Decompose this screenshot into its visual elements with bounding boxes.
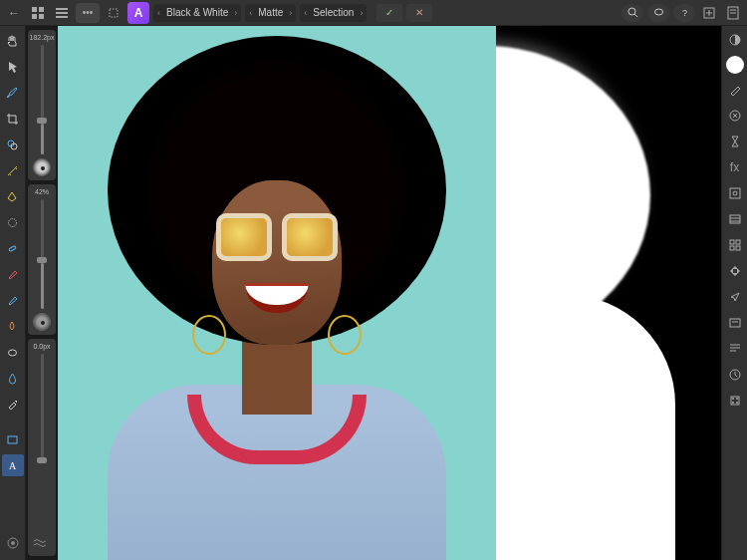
svg-point-10 <box>654 9 662 15</box>
main-area: A 182.2px 42% 0.0px <box>0 26 747 560</box>
mask-view <box>496 26 721 560</box>
pointer-tool[interactable] <box>2 56 24 78</box>
svg-rect-3 <box>39 14 44 19</box>
svg-rect-44 <box>731 397 739 405</box>
brush-size-panel: 182.2px <box>28 30 56 180</box>
svg-rect-23 <box>8 436 17 443</box>
add-button[interactable] <box>699 3 719 23</box>
blur-tool[interactable] <box>2 367 24 389</box>
svg-point-30 <box>733 191 737 195</box>
channels-panel-icon[interactable] <box>724 235 746 255</box>
svg-text:A: A <box>9 460 17 471</box>
chevron-right-icon[interactable]: › <box>234 8 237 18</box>
canvas[interactable] <box>58 26 721 560</box>
mixer-brush-tool[interactable] <box>2 289 24 311</box>
svg-text:?: ? <box>681 8 686 18</box>
brush-tool[interactable] <box>2 82 24 104</box>
svg-point-48 <box>736 402 738 404</box>
chevron-left-icon[interactable]: ‹ <box>157 8 160 18</box>
left-tool-column: A <box>0 26 26 560</box>
fx-icon[interactable]: fx <box>724 157 746 177</box>
paragraph-icon[interactable] <box>724 339 746 359</box>
crop-tool[interactable] <box>2 108 24 130</box>
svg-rect-34 <box>730 240 734 244</box>
brush-preview-icon <box>33 313 51 331</box>
brush-preview-icon <box>33 158 51 176</box>
chevron-right-icon[interactable]: › <box>360 8 363 18</box>
chevron-left-icon[interactable]: ‹ <box>249 8 252 18</box>
svg-rect-31 <box>730 215 740 223</box>
top-toolbar: ← ••• A ‹ Black & White › ‹ Matte › ‹ Se… <box>0 0 747 26</box>
burn-tool[interactable] <box>2 315 24 337</box>
menu-button[interactable] <box>52 3 72 23</box>
right-studio-column: fx <box>721 26 747 560</box>
persona-icon[interactable]: A <box>127 2 149 24</box>
swatches-panel-icon[interactable] <box>724 80 746 100</box>
breadcrumb-label: Selection <box>313 7 354 18</box>
color-well[interactable] <box>726 56 744 74</box>
svg-point-47 <box>732 402 734 404</box>
svg-rect-36 <box>730 246 734 250</box>
apply-button[interactable]: ✓ <box>376 4 402 22</box>
svg-rect-2 <box>32 14 37 19</box>
help-button[interactable]: ? <box>673 4 695 22</box>
heal-tool[interactable] <box>2 237 24 259</box>
photo-view <box>58 26 496 560</box>
svg-point-20 <box>9 218 17 226</box>
rectangle-shape-tool[interactable] <box>2 428 24 450</box>
svg-rect-6 <box>56 16 68 18</box>
opacity-value: 42% <box>35 188 49 195</box>
clone-tool[interactable] <box>2 134 24 155</box>
svg-point-45 <box>732 398 734 400</box>
opacity-slider[interactable] <box>41 199 44 309</box>
brush-size-slider[interactable] <box>41 45 44 154</box>
hardness-slider[interactable] <box>41 354 44 463</box>
timer-icon[interactable] <box>724 132 746 151</box>
sponge-tool[interactable] <box>2 341 24 363</box>
svg-point-46 <box>736 398 738 400</box>
eyedropper-tool[interactable] <box>2 393 24 415</box>
adjustments-icon[interactable] <box>724 30 746 50</box>
cancel-button[interactable]: ✕ <box>406 4 432 22</box>
text-styles-icon[interactable] <box>724 313 746 333</box>
snap-toggle[interactable] <box>104 3 124 23</box>
svg-rect-7 <box>110 9 118 17</box>
navigator-icon[interactable] <box>724 287 746 307</box>
chevron-right-icon[interactable]: › <box>289 8 292 18</box>
svg-rect-37 <box>736 246 740 250</box>
text-tool[interactable]: A <box>2 454 24 476</box>
brush-size-value: 182.2px <box>30 34 55 41</box>
retouch-brush-tool[interactable] <box>2 211 24 233</box>
svg-rect-35 <box>736 240 740 244</box>
paint-tool[interactable] <box>2 263 24 285</box>
wave-icon <box>33 538 51 548</box>
gradient-tool[interactable] <box>2 159 24 181</box>
svg-point-8 <box>628 8 635 15</box>
svg-rect-4 <box>56 8 68 10</box>
transform-panel-icon[interactable] <box>724 261 746 281</box>
svg-line-9 <box>634 14 637 17</box>
context-breadcrumb-2[interactable]: ‹ Matte › <box>245 4 296 22</box>
grid-toggle[interactable] <box>28 3 48 23</box>
hand-tool[interactable] <box>2 30 24 52</box>
tool-options-column: 182.2px 42% 0.0px <box>26 26 58 560</box>
more-button[interactable]: ••• <box>76 3 100 23</box>
hardness-value: 0.0px <box>33 343 50 350</box>
svg-rect-1 <box>39 7 44 12</box>
chevron-left-icon[interactable]: ‹ <box>304 8 307 18</box>
magnify-tool[interactable] <box>622 4 643 22</box>
lasso-tool[interactable] <box>647 4 669 22</box>
brushes-panel-icon[interactable] <box>724 106 746 126</box>
context-breadcrumb-3[interactable]: ‹ Selection › <box>300 4 367 22</box>
document-button[interactable] <box>723 3 743 23</box>
assets-panel-icon[interactable] <box>724 391 746 411</box>
pen-tool[interactable] <box>2 185 24 207</box>
layers-panel-icon[interactable] <box>724 209 746 229</box>
bottom-indicator[interactable] <box>2 532 24 554</box>
stock-panel-icon[interactable] <box>724 183 746 203</box>
svg-point-26 <box>11 541 15 545</box>
back-button[interactable]: ← <box>4 3 24 23</box>
svg-rect-38 <box>730 319 740 327</box>
history-panel-icon[interactable] <box>724 365 746 385</box>
context-breadcrumb-1[interactable]: ‹ Black & White › <box>153 4 241 22</box>
